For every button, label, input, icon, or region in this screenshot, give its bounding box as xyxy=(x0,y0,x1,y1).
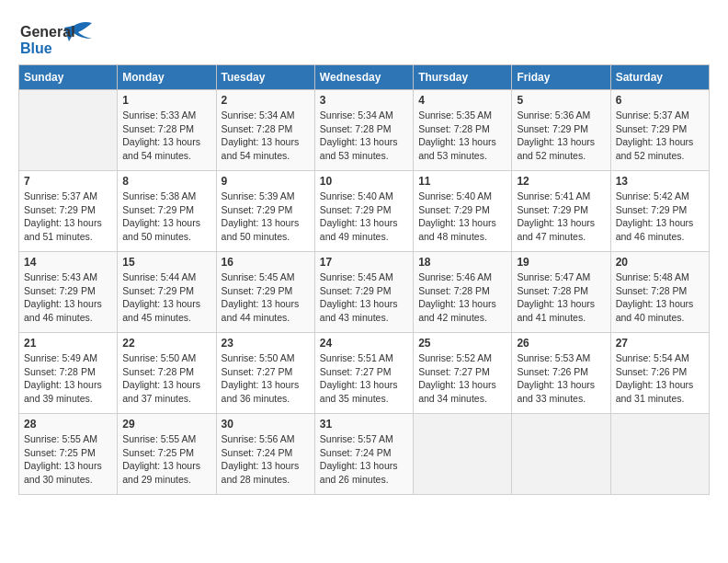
day-number: 3 xyxy=(320,94,408,107)
calendar-week-row: 21Sunrise: 5:49 AM Sunset: 7:28 PM Dayli… xyxy=(19,333,710,414)
day-number: 2 xyxy=(222,94,310,107)
calendar-cell: 1Sunrise: 5:33 AM Sunset: 7:28 PM Daylig… xyxy=(118,90,216,171)
page-header: GeneralBlue xyxy=(18,18,710,57)
calendar-cell: 10Sunrise: 5:40 AM Sunset: 7:29 PM Dayli… xyxy=(314,171,413,252)
day-number: 5 xyxy=(517,94,605,107)
day-number: 6 xyxy=(616,94,704,107)
day-number: 25 xyxy=(418,337,506,350)
calendar-cell: 13Sunrise: 5:42 AM Sunset: 7:29 PM Dayli… xyxy=(610,171,709,252)
calendar-cell: 26Sunrise: 5:53 AM Sunset: 7:26 PM Dayli… xyxy=(512,333,610,414)
day-info: Sunrise: 5:34 AM Sunset: 7:28 PM Dayligh… xyxy=(222,109,310,163)
day-info: Sunrise: 5:57 AM Sunset: 7:24 PM Dayligh… xyxy=(320,432,408,487)
calendar-table: SundayMondayTuesdayWednesdayThursdayFrid… xyxy=(18,64,710,495)
day-number: 7 xyxy=(24,175,112,188)
calendar-cell: 16Sunrise: 5:45 AM Sunset: 7:29 PM Dayli… xyxy=(216,252,314,333)
day-number: 28 xyxy=(24,418,112,431)
day-header-tuesday: Tuesday xyxy=(216,65,314,90)
day-info: Sunrise: 5:55 AM Sunset: 7:25 PM Dayligh… xyxy=(24,432,112,487)
calendar-cell: 15Sunrise: 5:44 AM Sunset: 7:29 PM Dayli… xyxy=(118,252,216,333)
day-number: 24 xyxy=(320,337,408,350)
day-number: 29 xyxy=(122,418,210,431)
day-info: Sunrise: 5:45 AM Sunset: 7:29 PM Dayligh… xyxy=(222,270,310,325)
calendar-cell xyxy=(414,414,512,495)
day-number: 8 xyxy=(122,175,210,188)
day-header-wednesday: Wednesday xyxy=(314,65,413,90)
day-info: Sunrise: 5:41 AM Sunset: 7:29 PM Dayligh… xyxy=(517,190,605,244)
day-number: 9 xyxy=(222,175,310,188)
day-number: 18 xyxy=(418,256,506,269)
day-number: 14 xyxy=(24,256,112,269)
day-info: Sunrise: 5:50 AM Sunset: 7:28 PM Dayligh… xyxy=(122,351,210,406)
day-number: 11 xyxy=(418,175,506,188)
day-info: Sunrise: 5:40 AM Sunset: 7:29 PM Dayligh… xyxy=(418,190,506,244)
day-info: Sunrise: 5:49 AM Sunset: 7:28 PM Dayligh… xyxy=(24,351,112,406)
calendar-cell: 21Sunrise: 5:49 AM Sunset: 7:28 PM Dayli… xyxy=(19,333,118,414)
day-info: Sunrise: 5:47 AM Sunset: 7:28 PM Dayligh… xyxy=(517,270,605,325)
day-info: Sunrise: 5:34 AM Sunset: 7:28 PM Dayligh… xyxy=(320,109,408,163)
calendar-cell: 27Sunrise: 5:54 AM Sunset: 7:26 PM Dayli… xyxy=(610,333,709,414)
calendar-cell: 20Sunrise: 5:48 AM Sunset: 7:28 PM Dayli… xyxy=(610,252,709,333)
svg-text:General: General xyxy=(20,24,75,40)
day-info: Sunrise: 5:55 AM Sunset: 7:25 PM Dayligh… xyxy=(122,432,210,487)
day-header-monday: Monday xyxy=(118,65,216,90)
calendar-cell: 29Sunrise: 5:55 AM Sunset: 7:25 PM Dayli… xyxy=(118,414,216,495)
calendar-cell xyxy=(19,90,118,171)
day-number: 30 xyxy=(222,418,310,431)
calendar-cell: 18Sunrise: 5:46 AM Sunset: 7:28 PM Dayli… xyxy=(414,252,512,333)
calendar-cell: 22Sunrise: 5:50 AM Sunset: 7:28 PM Dayli… xyxy=(118,333,216,414)
day-info: Sunrise: 5:39 AM Sunset: 7:29 PM Dayligh… xyxy=(222,190,310,244)
calendar-cell xyxy=(610,414,709,495)
day-info: Sunrise: 5:33 AM Sunset: 7:28 PM Dayligh… xyxy=(122,109,210,163)
calendar-cell: 11Sunrise: 5:40 AM Sunset: 7:29 PM Dayli… xyxy=(414,171,512,252)
day-info: Sunrise: 5:48 AM Sunset: 7:28 PM Dayligh… xyxy=(616,270,704,325)
calendar-cell: 31Sunrise: 5:57 AM Sunset: 7:24 PM Dayli… xyxy=(314,414,413,495)
calendar-cell: 25Sunrise: 5:52 AM Sunset: 7:27 PM Dayli… xyxy=(414,333,512,414)
calendar-cell: 28Sunrise: 5:55 AM Sunset: 7:25 PM Dayli… xyxy=(19,414,118,495)
day-number: 19 xyxy=(517,256,605,269)
day-number: 26 xyxy=(517,337,605,350)
calendar-cell: 7Sunrise: 5:37 AM Sunset: 7:29 PM Daylig… xyxy=(19,171,118,252)
day-number: 13 xyxy=(616,175,704,188)
day-info: Sunrise: 5:36 AM Sunset: 7:29 PM Dayligh… xyxy=(517,109,605,163)
day-info: Sunrise: 5:37 AM Sunset: 7:29 PM Dayligh… xyxy=(616,109,704,163)
day-number: 31 xyxy=(320,418,408,431)
day-info: Sunrise: 5:50 AM Sunset: 7:27 PM Dayligh… xyxy=(222,351,310,406)
day-header-friday: Friday xyxy=(512,65,610,90)
day-info: Sunrise: 5:37 AM Sunset: 7:29 PM Dayligh… xyxy=(24,190,112,244)
calendar-cell: 24Sunrise: 5:51 AM Sunset: 7:27 PM Dayli… xyxy=(314,333,413,414)
day-info: Sunrise: 5:40 AM Sunset: 7:29 PM Dayligh… xyxy=(320,190,408,244)
day-number: 10 xyxy=(320,175,408,188)
day-info: Sunrise: 5:54 AM Sunset: 7:26 PM Dayligh… xyxy=(616,351,704,406)
calendar-cell: 14Sunrise: 5:43 AM Sunset: 7:29 PM Dayli… xyxy=(19,252,118,333)
day-info: Sunrise: 5:46 AM Sunset: 7:28 PM Dayligh… xyxy=(418,270,506,325)
day-info: Sunrise: 5:53 AM Sunset: 7:26 PM Dayligh… xyxy=(517,351,605,406)
calendar-cell: 2Sunrise: 5:34 AM Sunset: 7:28 PM Daylig… xyxy=(216,90,314,171)
day-info: Sunrise: 5:44 AM Sunset: 7:29 PM Dayligh… xyxy=(122,270,210,325)
day-number: 23 xyxy=(222,337,310,350)
day-number: 12 xyxy=(517,175,605,188)
day-number: 27 xyxy=(616,337,704,350)
day-info: Sunrise: 5:56 AM Sunset: 7:24 PM Dayligh… xyxy=(222,432,310,487)
day-info: Sunrise: 5:52 AM Sunset: 7:27 PM Dayligh… xyxy=(418,351,506,406)
calendar-cell: 6Sunrise: 5:37 AM Sunset: 7:29 PM Daylig… xyxy=(610,90,709,171)
day-info: Sunrise: 5:51 AM Sunset: 7:27 PM Dayligh… xyxy=(320,351,408,406)
day-info: Sunrise: 5:45 AM Sunset: 7:29 PM Dayligh… xyxy=(320,270,408,325)
calendar-cell xyxy=(512,414,610,495)
svg-text:Blue: Blue xyxy=(20,40,52,56)
day-info: Sunrise: 5:35 AM Sunset: 7:28 PM Dayligh… xyxy=(418,109,506,163)
calendar-week-row: 28Sunrise: 5:55 AM Sunset: 7:25 PM Dayli… xyxy=(19,414,710,495)
logo-svg: GeneralBlue xyxy=(18,18,101,57)
day-number: 20 xyxy=(616,256,704,269)
calendar-cell: 17Sunrise: 5:45 AM Sunset: 7:29 PM Dayli… xyxy=(314,252,413,333)
calendar-week-row: 1Sunrise: 5:33 AM Sunset: 7:28 PM Daylig… xyxy=(19,90,710,171)
calendar-cell: 9Sunrise: 5:39 AM Sunset: 7:29 PM Daylig… xyxy=(216,171,314,252)
calendar-cell: 23Sunrise: 5:50 AM Sunset: 7:27 PM Dayli… xyxy=(216,333,314,414)
calendar-cell: 30Sunrise: 5:56 AM Sunset: 7:24 PM Dayli… xyxy=(216,414,314,495)
day-header-thursday: Thursday xyxy=(414,65,512,90)
day-number: 16 xyxy=(222,256,310,269)
day-number: 22 xyxy=(122,337,210,350)
calendar-cell: 4Sunrise: 5:35 AM Sunset: 7:28 PM Daylig… xyxy=(414,90,512,171)
day-number: 1 xyxy=(122,94,210,107)
day-header-saturday: Saturday xyxy=(610,65,709,90)
logo: GeneralBlue xyxy=(18,18,101,57)
